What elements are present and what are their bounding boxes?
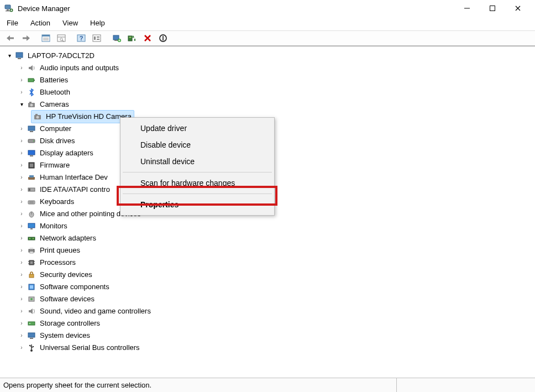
svg-rect-30 bbox=[34, 80, 35, 81]
keyboard-icon bbox=[27, 197, 36, 207]
tree-label: HP TrueVision HD Camera bbox=[46, 111, 132, 123]
tree-item-network[interactable]: › Network adapters bbox=[3, 232, 535, 244]
svg-rect-68 bbox=[29, 274, 34, 278]
monitor-icon bbox=[27, 221, 36, 231]
chevron-right-icon[interactable]: › bbox=[18, 222, 25, 230]
svg-rect-29 bbox=[28, 79, 34, 82]
cpu-icon bbox=[27, 258, 36, 268]
chevron-right-icon[interactable]: › bbox=[18, 137, 25, 145]
tree-label: Network adapters bbox=[40, 232, 96, 244]
tree-item-softcomp[interactable]: › Software components bbox=[3, 281, 535, 293]
chevron-right-icon[interactable]: › bbox=[18, 174, 25, 181]
svg-rect-22 bbox=[114, 40, 118, 41]
tree-item-print[interactable]: › Print queues bbox=[3, 244, 535, 257]
computer-icon bbox=[27, 124, 36, 134]
bluetooth-icon bbox=[27, 87, 36, 97]
scan-hardware-button[interactable] bbox=[125, 32, 139, 45]
menu-action[interactable]: Action bbox=[29, 18, 51, 28]
cm-disable-device[interactable]: Disable device bbox=[122, 137, 273, 153]
tree-label: Human Interface Dev bbox=[40, 171, 108, 184]
update-driver-button[interactable] bbox=[109, 32, 124, 45]
close-button[interactable] bbox=[505, 0, 531, 17]
chevron-right-icon[interactable]: › bbox=[18, 76, 25, 84]
chevron-right-icon[interactable]: › bbox=[18, 271, 25, 279]
tree-label: Audio inputs and outputs bbox=[40, 62, 119, 74]
tree-label: Processors bbox=[40, 257, 76, 269]
tree-item-storage[interactable]: › Storage controllers bbox=[3, 317, 535, 330]
svg-rect-46 bbox=[29, 175, 34, 177]
tree-item-monitors[interactable]: › Monitors bbox=[3, 220, 535, 232]
toolbar: ? bbox=[0, 30, 535, 46]
tree-item-audio[interactable]: › Audio inputs and outputs bbox=[3, 62, 535, 74]
tree-root[interactable]: ▾ LAPTOP-7ADCLT2D bbox=[3, 50, 535, 62]
tree-label: Sound, video and game controllers bbox=[40, 305, 151, 317]
chevron-right-icon[interactable]: › bbox=[18, 64, 25, 72]
uninstall-button[interactable] bbox=[140, 32, 155, 45]
computer-icon bbox=[14, 51, 24, 61]
svg-point-77 bbox=[30, 349, 33, 352]
svg-rect-48 bbox=[29, 189, 30, 191]
action-button[interactable] bbox=[90, 32, 104, 45]
svg-rect-6 bbox=[10, 38, 14, 39]
cm-uninstall-device[interactable]: Uninstall device bbox=[122, 153, 273, 170]
chevron-right-icon[interactable]: › bbox=[18, 198, 25, 206]
titlebar: Device Manager bbox=[0, 0, 535, 17]
tree-item-batteries[interactable]: › Batteries bbox=[3, 74, 535, 86]
tree-label: Display adapters bbox=[40, 147, 93, 159]
svg-point-35 bbox=[36, 116, 39, 119]
chevron-right-icon[interactable]: › bbox=[18, 295, 25, 303]
chevron-right-icon[interactable]: › bbox=[18, 161, 25, 169]
tree-item-security[interactable]: › Security devices bbox=[3, 269, 535, 281]
tree-item-system[interactable]: › System devices bbox=[3, 330, 535, 342]
cm-scan-hardware[interactable]: Scan for hardware changes bbox=[122, 175, 273, 191]
tree-item-softdev[interactable]: › Software devices bbox=[3, 293, 535, 305]
help-button[interactable]: ? bbox=[74, 32, 88, 45]
show-hide-tree-button[interactable] bbox=[39, 32, 53, 45]
chevron-right-icon[interactable]: › bbox=[18, 125, 25, 133]
tree-item-bluetooth[interactable]: › Bluetooth bbox=[3, 86, 535, 98]
svg-rect-33 bbox=[29, 102, 32, 103]
tree-item-sound[interactable]: › Sound, video and game controllers bbox=[3, 305, 535, 317]
forward-button[interactable] bbox=[19, 32, 33, 45]
chevron-right-icon[interactable]: › bbox=[18, 307, 25, 315]
maximize-button[interactable] bbox=[480, 0, 505, 17]
disable-button[interactable] bbox=[156, 32, 170, 45]
tree-label: Keyboards bbox=[40, 196, 74, 208]
chevron-right-icon[interactable]: › bbox=[18, 88, 25, 96]
minimize-button[interactable] bbox=[454, 0, 480, 17]
tree-item-usb[interactable]: › Universal Serial Bus controllers bbox=[3, 342, 535, 354]
menu-help[interactable]: Help bbox=[89, 18, 106, 28]
tree-item-cameras[interactable]: ▾ Cameras bbox=[3, 98, 535, 111]
chevron-right-icon[interactable]: › bbox=[18, 259, 25, 266]
hid-icon bbox=[27, 173, 36, 182]
cm-update-driver[interactable]: Update driver bbox=[122, 120, 273, 137]
menu-file[interactable]: File bbox=[6, 18, 19, 28]
tree-item-processors[interactable]: › Processors bbox=[3, 257, 535, 269]
menu-view[interactable]: View bbox=[61, 18, 79, 28]
window-controls bbox=[454, 0, 531, 17]
svg-rect-19 bbox=[97, 36, 99, 38]
chevron-down-icon[interactable]: ▾ bbox=[18, 101, 25, 108]
context-menu: Update driver Disable device Uninstall d… bbox=[120, 117, 275, 216]
chevron-right-icon[interactable]: › bbox=[18, 283, 25, 291]
svg-rect-76 bbox=[30, 338, 33, 339]
tree-label: Security devices bbox=[40, 269, 92, 281]
device-tree[interactable]: ▾ LAPTOP-7ADCLT2D › Audio inputs and out… bbox=[0, 46, 535, 356]
svg-rect-2 bbox=[6, 11, 10, 12]
chevron-right-icon[interactable]: › bbox=[18, 344, 25, 352]
svg-rect-18 bbox=[94, 36, 96, 40]
chevron-right-icon[interactable]: › bbox=[18, 234, 25, 242]
back-button[interactable] bbox=[3, 32, 18, 45]
chevron-right-icon[interactable]: › bbox=[18, 320, 25, 327]
svg-rect-36 bbox=[35, 114, 38, 115]
chevron-down-icon[interactable]: ▾ bbox=[6, 52, 13, 60]
cm-properties[interactable]: Properties bbox=[122, 196, 273, 213]
chevron-right-icon[interactable]: › bbox=[18, 149, 25, 157]
chevron-right-icon[interactable]: › bbox=[18, 332, 25, 339]
status-text: Opens property sheet for the current sel… bbox=[3, 381, 151, 389]
properties-button[interactable] bbox=[54, 32, 69, 45]
chevron-right-icon[interactable]: › bbox=[18, 247, 25, 254]
chevron-right-icon[interactable]: › bbox=[18, 186, 25, 194]
software-icon bbox=[27, 294, 36, 304]
chevron-right-icon[interactable]: › bbox=[18, 210, 25, 218]
